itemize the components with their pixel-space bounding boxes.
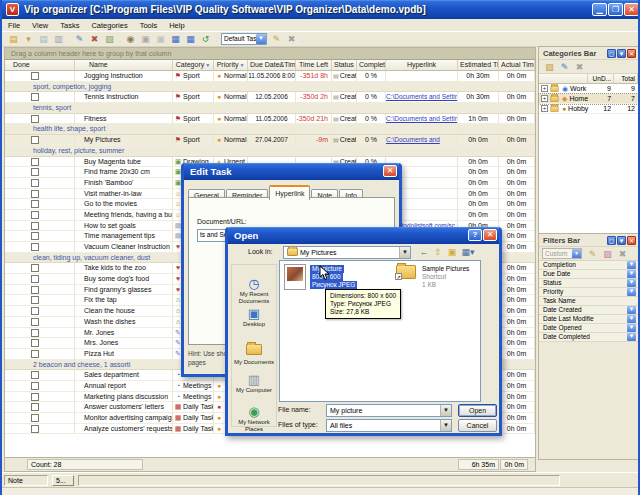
print-icon[interactable]: ▥ (52, 33, 65, 45)
task-done-checkbox[interactable] (31, 425, 39, 433)
delete-filter-icon[interactable]: ✖ (616, 248, 629, 260)
menu-item-tasks[interactable]: Tasks (54, 19, 85, 31)
status-button[interactable]: 5... (52, 475, 74, 486)
filter-item-date-completed[interactable]: Date Completed▼ (539, 333, 638, 342)
filter-dropdown-icon[interactable]: ▼ (627, 261, 636, 269)
task-done-checkbox[interactable] (31, 318, 39, 326)
hyperlink[interactable]: C:\Documents and Settings\All (386, 93, 458, 100)
column-header-status[interactable]: Status▼ (332, 60, 357, 71)
place-item-my-network-places[interactable]: ◉My Network Places (232, 405, 276, 433)
categories-panel-icon[interactable]: ▦ (169, 33, 182, 45)
tab-hyperlink[interactable]: Hyperlink (269, 185, 310, 200)
filters-bar-header[interactable]: Filters Bar ◻ ▼ ✕ (539, 234, 638, 247)
view-menu-icon[interactable]: ▦▾ (460, 246, 476, 258)
categories-restore-icon[interactable]: ◻ (607, 49, 616, 58)
filter-item-date-last-modifie[interactable]: Date Last Modifie▼ (539, 315, 638, 324)
open-button[interactable]: Open (458, 404, 497, 417)
task-done-checkbox[interactable] (31, 275, 39, 283)
expand-icon[interactable]: + (541, 85, 548, 92)
filter-item-status[interactable]: Status▼ (539, 279, 638, 288)
task-done-checkbox[interactable] (31, 371, 39, 379)
filter-dropdown-icon[interactable]: ▼ (627, 306, 636, 314)
task-done-checkbox[interactable] (31, 286, 39, 294)
task-done-checkbox[interactable] (31, 414, 39, 422)
edit-task-close-icon[interactable]: ✕ (383, 165, 397, 177)
task-done-checkbox[interactable] (31, 393, 39, 401)
filter-dropdown-icon[interactable]: ▼ (627, 333, 636, 341)
delete-task-type-icon[interactable]: ✖ (285, 33, 298, 45)
filter-item-completion[interactable]: Completion▼ (539, 261, 638, 270)
column-header-category[interactable]: Category▼ (173, 60, 214, 71)
edit-task-icon[interactable]: ✎ (73, 33, 86, 45)
hyperlink[interactable]: C:\Documents and Settings\All (386, 115, 458, 122)
filter-item-priority[interactable]: Priority▼ (539, 288, 638, 297)
filters-restore-icon[interactable]: ◻ (607, 236, 616, 245)
close-button[interactable]: ✕ (624, 3, 639, 16)
cut-paste-icon[interactable]: ▨ (103, 33, 116, 45)
group-row[interactable]: tennis, sport (5, 103, 535, 114)
column-header-time-left[interactable]: Time Left (296, 60, 332, 71)
task-done-checkbox[interactable] (31, 339, 39, 347)
column-header-done[interactable]: Done (5, 60, 75, 71)
add-task-dropdown-icon[interactable]: ▾ (22, 33, 35, 45)
cancel-button[interactable]: Cancel (458, 419, 497, 432)
task-done-checkbox[interactable] (31, 222, 39, 230)
column-header-priority[interactable]: Priority▼ (214, 60, 248, 71)
task-type-dropdown-icon[interactable]: ▼ (256, 34, 266, 44)
files-of-type-dropdown-icon[interactable]: ▼ (440, 420, 451, 431)
group-by-bar[interactable]: Drag a column header here to group by th… (5, 48, 535, 60)
task-done-checkbox[interactable] (31, 200, 39, 208)
group-row[interactable]: holiday, rest, picture, summer (5, 146, 535, 157)
file-item[interactable]: ↗ Sample PicturesShortcut1 KB (396, 265, 416, 283)
column-header-actual-time[interactable]: Actual Time (499, 60, 535, 71)
task-done-checkbox[interactable] (31, 168, 39, 176)
task-done-checkbox[interactable] (31, 190, 39, 198)
filter-dropdown-icon[interactable]: ▼ (627, 270, 636, 278)
task-done-checkbox[interactable] (31, 93, 39, 101)
filter-item-date-created[interactable]: Date Created▼ (539, 306, 638, 315)
task-row[interactable]: Tennis Instruction⚑Sport●Normal12.05.200… (5, 92, 535, 103)
expand-icon[interactable]: + (541, 105, 548, 112)
filters-close-icon[interactable]: ✕ (627, 236, 636, 245)
task-done-checkbox[interactable] (31, 136, 39, 144)
group-row[interactable]: health life, shape, sport (5, 124, 535, 135)
task-done-checkbox[interactable] (31, 158, 39, 166)
filter-dropdown-icon[interactable]: ▼ (239, 62, 244, 68)
task-done-checkbox[interactable] (31, 179, 39, 187)
task-done-checkbox[interactable] (31, 403, 39, 411)
filter-item-due-date[interactable]: Due Date▼ (539, 270, 638, 279)
filter-item-task-name[interactable]: Task Name (539, 297, 638, 306)
edit-task-title-bar[interactable]: Edit Task ✕ (184, 163, 399, 180)
filter-item-date-opened[interactable]: Date Opened▼ (539, 324, 638, 333)
maximize-button[interactable]: ❐ (608, 3, 623, 16)
open-dialog-title-bar[interactable]: Open ? ✕ (228, 227, 499, 244)
delete-category-icon[interactable]: ✖ (573, 61, 586, 73)
menu-item-categories[interactable]: Categories (85, 19, 133, 31)
sync-icon[interactable]: ↺ (199, 33, 212, 45)
add-category-icon[interactable]: ▧ (543, 61, 556, 73)
menu-item-view[interactable]: View (26, 19, 54, 31)
task-done-checkbox[interactable] (31, 296, 39, 304)
menu-item-file[interactable]: File (2, 19, 26, 31)
add-task-icon[interactable]: ▤ (7, 33, 20, 45)
column-header-name[interactable]: Name (75, 60, 173, 71)
clear-filter-icon[interactable]: ▨ (601, 248, 614, 260)
task-done-checkbox[interactable] (31, 232, 39, 240)
edit-filter-icon[interactable]: ✎ (586, 248, 599, 260)
category-item-hobby[interactable]: +●Hobby1212 (539, 104, 638, 114)
edit-task-type-icon[interactable]: ✎ (270, 33, 283, 45)
view-notes-icon[interactable]: ◉ (124, 33, 137, 45)
duplicate-task-icon[interactable]: ▤ (37, 33, 50, 45)
filter-dropdown-icon[interactable]: ▼ (627, 315, 636, 323)
look-in-dropdown-icon[interactable]: ▼ (399, 247, 410, 258)
up-level-icon[interactable]: ⇧ (432, 246, 444, 258)
column-header-complete[interactable]: Complete (357, 60, 386, 71)
task-done-checkbox[interactable] (31, 264, 39, 272)
task-done-checkbox[interactable] (31, 115, 39, 123)
open-dialog-close-icon[interactable]: ✕ (483, 229, 497, 241)
filter-dropdown-icon[interactable]: ▼ (627, 324, 636, 332)
filter-dropdown-icon[interactable]: ▼ (627, 288, 636, 296)
column-header-due-date-time[interactable]: Due Date&Time▼ (248, 60, 296, 71)
task-done-checkbox[interactable] (31, 72, 39, 80)
task-done-checkbox[interactable] (31, 382, 39, 390)
